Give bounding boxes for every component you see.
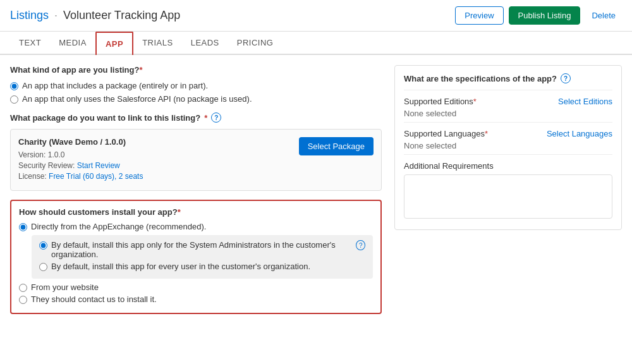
editions-label: Supported Editions* — [404, 97, 477, 106]
install-option3[interactable]: They should contact us to install it. — [19, 294, 373, 304]
listings-link[interactable]: Listings — [10, 9, 49, 21]
install-options: Directly from the AppExchange (recommend… — [19, 222, 373, 304]
package-license: License: Free Trial (60 days), 2 seats — [18, 172, 299, 181]
breadcrumb: Listings · Volunteer Tracking App — [10, 9, 180, 22]
tab-trials[interactable]: TRIALS — [133, 32, 182, 55]
tab-bar: TEXT MEDIA APP TRIALS LEADS PRICING — [0, 32, 632, 55]
kind-question: What kind of app are you listing?* — [10, 65, 382, 75]
sub-radio-1[interactable] — [39, 241, 47, 250]
additional-req-input[interactable] — [404, 174, 612, 219]
install-option1[interactable]: Directly from the AppExchange (recommend… — [19, 222, 373, 231]
languages-row: Supported Languages* Select Languages No… — [404, 122, 612, 154]
sub-help-icon[interactable]: ? — [356, 240, 365, 250]
select-languages-button[interactable]: Select Languages — [547, 129, 612, 138]
install-radio-1[interactable] — [19, 223, 27, 231]
package-name: Charity (Wave Demo / 1.0.0) — [18, 137, 299, 147]
sub-radio-2[interactable] — [39, 263, 47, 271]
tab-pricing[interactable]: PRICING — [228, 32, 283, 55]
install-question: How should customers install your app?* — [19, 207, 373, 217]
editions-header: Supported Editions* Select Editions — [404, 97, 612, 106]
install-radio-3[interactable] — [19, 296, 27, 304]
editions-value: None selected — [404, 109, 612, 118]
publish-button[interactable]: Publish Listing — [509, 6, 581, 25]
package-help-icon[interactable]: ? — [211, 112, 221, 123]
package-info: Charity (Wave Demo / 1.0.0) Version: 1.0… — [18, 137, 299, 183]
install-radio-2[interactable] — [19, 284, 27, 292]
breadcrumb-separator: · — [54, 9, 58, 21]
start-review-link[interactable]: Start Review — [77, 161, 120, 170]
kind-option2[interactable]: An app that only uses the Salesforce API… — [10, 94, 382, 104]
header-actions: Preview Publish Listing Delete — [455, 6, 622, 25]
sub-option1[interactable]: By default, install this app only for th… — [39, 240, 365, 259]
page-header: Listings · Volunteer Tracking App Previe… — [0, 0, 632, 32]
license-value: Free Trial (60 days), 2 seats — [49, 172, 143, 181]
sub-option2[interactable]: By default, install this app for every u… — [39, 262, 365, 271]
specs-title: What are the specifications of the app? … — [395, 66, 621, 90]
install-section: How should customers install your app?* … — [10, 200, 382, 314]
languages-label: Supported Languages* — [404, 129, 488, 138]
preview-button[interactable]: Preview — [455, 6, 503, 25]
specs-panel: What are the specifications of the app? … — [394, 65, 622, 230]
left-column: What kind of app are you listing?* An ap… — [10, 65, 382, 349]
app-name: Volunteer Tracking App — [63, 9, 180, 21]
kind-radio-2[interactable] — [10, 95, 18, 104]
kind-radio-group: An app that includes a package (entirely… — [10, 81, 382, 104]
select-editions-button[interactable]: Select Editions — [558, 97, 612, 106]
install-option2[interactable]: From your website — [19, 282, 373, 292]
package-question: What package do you want to link to this… — [10, 112, 382, 123]
main-content: What kind of app are you listing?* An ap… — [0, 55, 632, 359]
additional-req-label: Additional Requirements — [404, 154, 612, 171]
package-security: Security Review: Start Review — [18, 161, 299, 170]
specs-help-icon[interactable]: ? — [561, 73, 571, 83]
kind-option1[interactable]: An app that includes a package (entirely… — [10, 81, 382, 90]
right-column: What are the specifications of the app? … — [394, 65, 622, 349]
languages-header: Supported Languages* Select Languages — [404, 129, 612, 138]
tab-text[interactable]: TEXT — [10, 32, 50, 55]
delete-button[interactable]: Delete — [585, 7, 622, 24]
tab-leads[interactable]: LEADS — [182, 32, 228, 55]
select-package-button[interactable]: Select Package — [299, 137, 374, 155]
sub-radio-group: By default, install this app only for th… — [32, 235, 373, 279]
kind-radio-1[interactable] — [10, 82, 18, 90]
package-box: Charity (Wave Demo / 1.0.0) Version: 1.0… — [10, 129, 382, 191]
package-version: Version: 1.0.0 — [18, 150, 299, 159]
editions-row: Supported Editions* Select Editions None… — [404, 90, 612, 122]
tab-app[interactable]: APP — [95, 32, 133, 55]
specs-body: Supported Editions* Select Editions None… — [395, 90, 621, 229]
languages-value: None selected — [404, 141, 612, 150]
tab-media[interactable]: MEDIA — [50, 32, 95, 55]
